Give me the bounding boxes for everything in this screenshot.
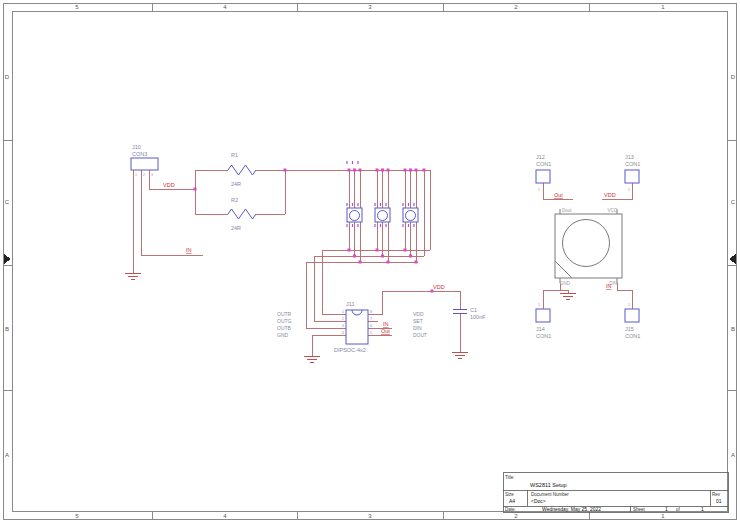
j10-body[interactable]	[131, 158, 158, 170]
r2-ref: R2	[231, 197, 238, 203]
led-module-chamfer-and-stubs	[555, 209, 617, 283]
title-block: Title: WS2811 Setup Size A4 Document Num…	[503, 472, 728, 512]
j13-pin-1: 1	[628, 188, 630, 192]
svg-text:A: A	[731, 452, 735, 458]
connector-j13[interactable]: J13 CON1 1	[625, 154, 640, 192]
net-label-vdd: VDD	[163, 182, 175, 188]
j10-pin-2: 2	[143, 173, 145, 177]
svg-text:2: 2	[514, 513, 518, 519]
date-label: Date:	[505, 507, 516, 512]
svg-text:4: 4	[223, 513, 227, 519]
j15-ref: J15	[625, 326, 634, 332]
svg-text:5: 5	[75, 4, 79, 10]
c1-ref: C1	[470, 307, 477, 313]
svg-text:2: 2	[342, 316, 345, 321]
j10-pin-3: 3	[151, 173, 153, 177]
svg-text:GND: GND	[560, 281, 571, 286]
svg-text:VCC: VCC	[607, 208, 617, 213]
j10-pin-1: 1	[135, 173, 137, 177]
title-label: Title:	[505, 475, 515, 480]
svg-text:8: 8	[370, 309, 373, 314]
j13-value: CON1	[625, 161, 640, 167]
schematic-page: 5 4 3 2 1 5 4 3 2 1 D C B A D C B A	[0, 0, 740, 523]
r1-ref: R1	[231, 152, 238, 158]
doc-number-label: Document Number	[531, 492, 569, 497]
svg-text:GND: GND	[277, 332, 289, 338]
svg-text:OUTG: OUTG	[277, 318, 292, 324]
led-package-3[interactable]	[403, 208, 418, 222]
net-label-in: IN	[383, 321, 389, 327]
j14-value: CON1	[536, 333, 551, 339]
sheet-label: Sheet	[633, 507, 646, 512]
size-value: A4	[509, 498, 515, 504]
svg-text:3: 3	[368, 4, 372, 10]
svg-text:5: 5	[75, 513, 79, 519]
net-label-in: IN	[186, 247, 192, 253]
svg-text:D: D	[731, 74, 736, 80]
svg-text:4: 4	[223, 4, 227, 10]
j13-body[interactable]	[625, 170, 639, 183]
resistor-r1[interactable]: R1 24R	[228, 152, 256, 187]
resistor-r2[interactable]: R2 24R	[228, 197, 256, 231]
svg-text:C: C	[5, 199, 10, 205]
svg-text:3: 3	[368, 513, 372, 519]
svg-text:A: A	[5, 452, 9, 458]
svg-text:Dout: Dout	[562, 208, 572, 213]
net-label-out: Out	[381, 328, 390, 334]
frame-center-marker-right	[729, 254, 736, 264]
sheet-total: 1	[701, 506, 704, 512]
frame-row-labels: D C B A D C B A	[5, 74, 736, 458]
net-label-out: Out	[554, 192, 563, 198]
led-package-2[interactable]	[375, 208, 390, 222]
svg-text:DIN: DIN	[413, 325, 422, 331]
led-package-1[interactable]	[347, 208, 362, 222]
svg-text:B: B	[731, 326, 735, 332]
led-module-body[interactable]	[555, 214, 622, 278]
frame-center-marker-left	[4, 254, 11, 264]
capacitor-c1[interactable]: C1 100nF	[453, 307, 486, 320]
svg-text:4: 4	[342, 330, 345, 335]
svg-text:B: B	[5, 326, 9, 332]
net-label-vdd: VDD	[604, 192, 616, 198]
j12-body[interactable]	[536, 170, 550, 183]
j13-ref: J13	[625, 154, 634, 160]
r1-body[interactable]	[228, 165, 256, 175]
led-module[interactable]: Dout VCC GND DIN	[555, 208, 622, 286]
rev-value: 01	[716, 498, 722, 504]
connector-j10[interactable]: J10 CON3 1 2 3	[131, 144, 158, 177]
svg-text:7: 7	[370, 316, 373, 321]
ic-j11[interactable]: J11 DIPSOC-4x2 1 2 3 4 8 7 6 5 OUTR OUTG…	[277, 301, 427, 353]
connector-j15[interactable]: 1 J15 CON1	[625, 303, 640, 339]
r2-body[interactable]	[228, 209, 256, 219]
size-label: Size	[505, 492, 514, 497]
j14-body[interactable]	[536, 309, 550, 322]
svg-text:1: 1	[661, 4, 665, 10]
svg-text:D: D	[5, 74, 10, 80]
schematic-canvas: 5 4 3 2 1 5 4 3 2 1 D C B A D C B A	[0, 0, 740, 523]
connector-j12[interactable]: J12 CON1 1	[536, 154, 551, 192]
j12-value: CON1	[536, 161, 551, 167]
svg-text:OUTB: OUTB	[277, 325, 292, 331]
svg-text:6: 6	[370, 323, 373, 328]
j10-ref: J10	[132, 144, 141, 150]
c1-plates[interactable]	[453, 309, 467, 313]
j14-pin-1: 1	[538, 303, 540, 307]
c1-value: 100nF	[470, 314, 486, 320]
svg-text:1: 1	[661, 513, 665, 519]
j12-ref: J12	[536, 154, 545, 160]
date-value: Wednesday, May 25, 2022	[542, 506, 601, 512]
j15-body[interactable]	[625, 309, 639, 322]
net-label-vdd: VDD	[433, 284, 445, 290]
sheet-number: 1	[665, 506, 668, 512]
rev-label: Rev	[712, 492, 721, 497]
connector-j14[interactable]: 1 J14 CON1	[536, 303, 551, 339]
j11-value: DIPSOC-4x2	[334, 347, 366, 353]
net-label-in: IN	[606, 283, 612, 289]
svg-text:VDD: VDD	[413, 311, 424, 317]
svg-text:SET: SET	[413, 318, 423, 324]
svg-text:DOUT: DOUT	[413, 332, 427, 338]
j11-ref: J11	[346, 301, 354, 307]
r2-value: 24R	[231, 225, 241, 231]
svg-text:C: C	[731, 199, 736, 205]
r1-value: 24R	[231, 181, 241, 187]
